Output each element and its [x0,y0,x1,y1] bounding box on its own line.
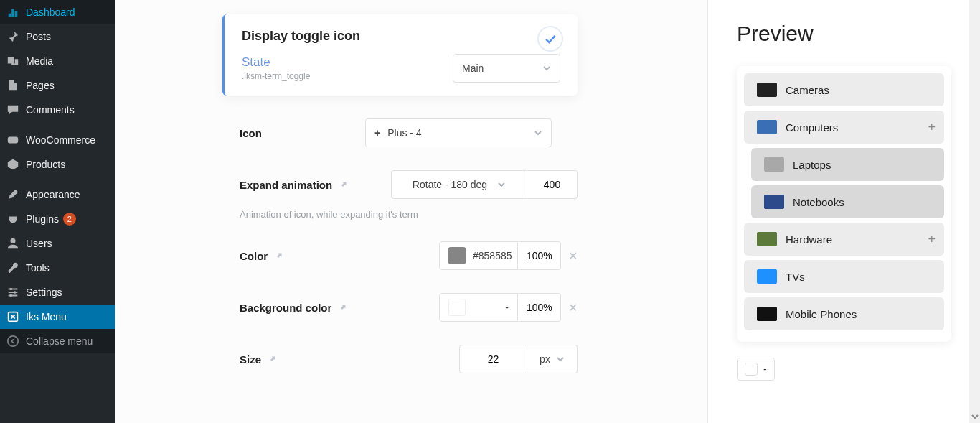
svg-point-1 [10,238,15,243]
sidebar-item-comments[interactable]: Comments [0,98,115,122]
reset-icon[interactable] [337,302,347,312]
sidebar-item-products[interactable]: Products [0,152,115,177]
size-value[interactable] [468,353,518,365]
svg-point-6 [8,336,18,346]
size-unit-select[interactable]: px [527,345,578,373]
sidebar-label: Posts [26,31,51,42]
scroll-down-icon[interactable] [971,413,979,420]
preview-item-thumb [760,157,788,172]
field-label-animation: Expand animation [240,179,365,191]
preview-item[interactable]: Notebooks [751,185,944,218]
preview-item-label: Hardware [786,233,832,246]
sidebar-item-dashboard[interactable]: Dashboard [0,0,115,24]
sidebar-item-posts[interactable]: Posts [0,24,115,49]
label-text: Background color [240,302,331,314]
svg-point-2 [10,288,13,291]
preview-item[interactable]: Mobile Phones [744,297,944,330]
sidebar-item-settings[interactable]: Settings [0,280,115,305]
chevron-down-icon [534,129,542,137]
preview-panel: Preview Cameras Computers + Laptops Note… [707,0,980,423]
box-icon [6,157,20,172]
sidebar-item-pages[interactable]: Pages [0,73,115,98]
reset-icon[interactable] [273,251,283,261]
dashboard-icon [6,5,20,19]
woocommerce-icon [6,133,20,147]
label-text: Size [240,353,261,366]
sidebar-label: Appearance [26,189,80,200]
label-text: Color [240,250,268,262]
bgcolor-picker[interactable]: - [439,293,518,322]
chevron-down-icon [497,180,506,189]
sidebar-label: Collapse menu [26,335,93,347]
preview-footer-swatch[interactable]: - [737,358,775,381]
preview-item[interactable]: Computers + [744,111,944,144]
animation-duration-value[interactable] [536,179,568,190]
sidebar-label: WooCommerce [26,134,95,146]
plug-icon [6,212,20,226]
sidebar-item-tools[interactable]: Tools [0,256,115,280]
field-label-icon: Icon [240,127,365,139]
bgcolor-opacity-input[interactable] [518,293,561,322]
iks-icon [6,310,20,324]
color-hex: #858585 [473,250,512,261]
label-text: Expand animation [240,179,332,191]
plugins-update-badge: 2 [63,213,76,226]
sidebar-item-media[interactable]: Media [0,49,115,73]
media-icon [6,54,20,68]
bgcolor-opacity-value[interactable] [527,302,552,313]
sidebar-label: Tools [26,262,50,274]
expand-plus-icon[interactable]: + [928,120,936,135]
preview-item[interactable]: TVs [744,260,944,293]
sidebar-item-iks-menu[interactable]: Iks Menu [0,305,115,329]
reset-icon[interactable] [338,180,348,190]
window-scrollbar[interactable] [969,0,980,423]
size-input[interactable] [459,345,527,373]
sidebar-item-plugins[interactable]: Plugins 2 [0,207,115,231]
preview-item-label: Mobile Phones [786,308,857,320]
sidebar-item-woocommerce[interactable]: WooCommerce [0,128,115,152]
animation-select[interactable]: Rotate - 180 deg [391,170,527,199]
wrench-icon [6,261,20,275]
label-text: Icon [240,127,262,139]
state-select[interactable]: Main [453,54,560,83]
bgcolor-hex: - [505,302,509,313]
field-label-size: Size [240,353,365,366]
preview-item[interactable]: Laptops [751,148,944,181]
preview-item-thumb [753,120,781,134]
field-size: Size px [240,343,578,375]
preview-title: Preview [737,22,951,46]
sidebar-collapse[interactable]: Collapse menu [0,329,115,353]
admin-sidebar: Dashboard Posts Media Pages Comments Woo… [0,0,115,423]
clear-icon[interactable]: ✕ [568,249,578,263]
preview-item-label: Computers [786,121,838,134]
icon-select[interactable]: + Plus - 4 [365,118,552,147]
sidebar-item-appearance[interactable]: Appearance [0,182,115,207]
color-opacity-value[interactable] [527,250,552,261]
reset-icon[interactable] [267,354,277,364]
preview-item-label: TVs [786,271,805,283]
field-expand-animation: Expand animation Rotate - 180 deg [240,169,578,200]
svg-point-4 [10,294,13,297]
sidebar-label: Settings [26,287,62,298]
sidebar-label: Plugins [26,213,59,225]
color-opacity-input[interactable] [518,241,561,270]
expand-plus-icon[interactable]: + [928,232,936,247]
color-picker[interactable]: #858585 [439,241,518,270]
card-title: Display toggle icon [242,29,560,44]
plus-icon: + [374,127,380,139]
preview-item[interactable]: Cameras [744,73,944,106]
sidebar-label: Media [26,55,53,67]
size-unit: px [540,353,550,365]
preview-item[interactable]: Hardware + [744,223,944,256]
swatch-icon [745,363,758,376]
clear-icon[interactable]: ✕ [568,301,578,315]
enabled-check-icon[interactable] [537,26,563,52]
sidebar-label: Pages [26,80,55,91]
preview-box: Cameras Computers + Laptops Notebooks Ha… [737,66,951,342]
svg-point-3 [14,291,17,294]
field-bgcolor: Background color - ✕ [240,292,578,323]
sidebar-item-users[interactable]: Users [0,231,115,256]
preview-item-thumb [753,83,781,97]
animation-duration-input[interactable] [527,170,578,199]
preview-item-label: Laptops [793,159,831,171]
